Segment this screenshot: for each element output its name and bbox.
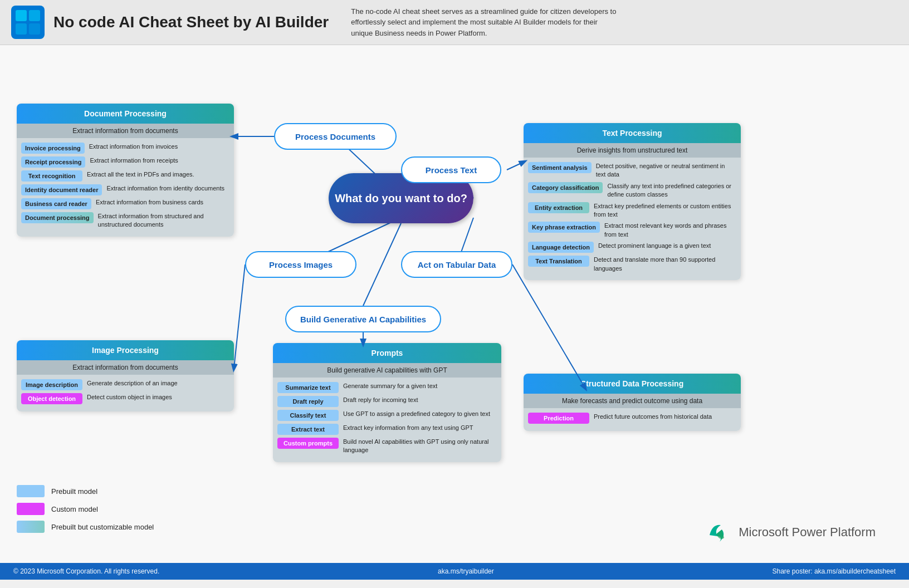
key-phrase-desc: Extract most relevant key words and phra… bbox=[604, 222, 736, 239]
text-translation-badge: Text Translation bbox=[528, 256, 589, 267]
list-item: Language detection Detect prominent lang… bbox=[528, 242, 736, 253]
svg-rect-1 bbox=[16, 10, 27, 21]
structured-data-body: Prediction Predict future outcomes from … bbox=[524, 408, 741, 431]
object-detection-desc: Detect custom object in images bbox=[87, 393, 172, 401]
image-processing-box: Image Processing Extract information fro… bbox=[17, 340, 234, 411]
category-classification-badge: Category classification bbox=[528, 182, 603, 193]
document-processing-desc: Extract information from structured and … bbox=[98, 212, 229, 229]
text-translation-desc: Detect and translate more than 90 suppor… bbox=[594, 256, 736, 273]
sentiment-badge: Sentiment analysis bbox=[528, 162, 592, 173]
list-item: Draft reply Draft reply for incoming tex… bbox=[277, 396, 497, 407]
list-item: Image description Generate description o… bbox=[21, 379, 229, 390]
summarize-desc: Generate summary for a given text bbox=[343, 382, 437, 390]
structured-data-header: Structured Data Processing bbox=[524, 374, 741, 394]
svg-line-11 bbox=[507, 162, 524, 170]
list-item: Business card reader Extract information… bbox=[21, 198, 229, 209]
custom-swatch bbox=[17, 503, 45, 515]
center-bubble-text: What do you want to do? bbox=[335, 192, 467, 205]
prebuilt-label: Prebuilt model bbox=[51, 487, 97, 496]
svg-rect-4 bbox=[29, 23, 40, 35]
custom-prompts-badge: Custom prompts bbox=[277, 438, 339, 449]
gen-ai-label: Build Generative AI Capabilities bbox=[300, 315, 426, 324]
text-recognition-desc: Extract all the text in PDFs and images. bbox=[87, 170, 194, 179]
list-item: Summarize text Generate summary for a gi… bbox=[277, 382, 497, 393]
prebuilt-custom-label: Prebuilt but customizable model bbox=[51, 523, 154, 531]
svg-line-12 bbox=[234, 264, 245, 368]
legend-item-prebuilt-custom: Prebuilt but customizable model bbox=[17, 521, 154, 533]
image-processing-subheader: Extract information from documents bbox=[17, 360, 234, 375]
doc-processing-header: Document Processing bbox=[17, 104, 234, 124]
text-processing-header: Text Processing bbox=[524, 123, 741, 143]
list-item: Object detection Detect custom object in… bbox=[21, 393, 229, 404]
header-description: The no-code AI cheat sheet serves as a s… bbox=[351, 6, 618, 39]
list-item: Document processing Extract information … bbox=[21, 212, 229, 229]
image-desc-badge: Image description bbox=[21, 379, 82, 390]
process-text-label: Process Text bbox=[426, 165, 477, 175]
receipt-processing-badge: Receipt processing bbox=[21, 156, 85, 168]
invoice-processing-badge: Invoice processing bbox=[21, 143, 85, 154]
business-card-desc: Extract information from business cards bbox=[96, 198, 203, 207]
svg-rect-3 bbox=[16, 23, 27, 35]
business-card-badge: Business card reader bbox=[21, 198, 91, 209]
prompts-box: Prompts Build generative AI capabilities… bbox=[273, 343, 501, 462]
power-platform-label: Microsoft Power Platform bbox=[739, 525, 876, 540]
custom-prompts-desc: Build novel AI capabilities with GPT usi… bbox=[343, 438, 497, 455]
svg-line-9 bbox=[363, 223, 401, 306]
process-images-label: Process Images bbox=[269, 260, 333, 270]
structured-data-subheader: Make forecasts and predict outcome using… bbox=[524, 394, 741, 408]
list-item: Text recognition Extract all the text in… bbox=[21, 170, 229, 182]
main-canvas: What do you want to do? Process Document… bbox=[0, 45, 909, 580]
list-item: Classify text Use GPT to assign a predef… bbox=[277, 410, 497, 421]
legend: Prebuilt model Custom model Prebuilt but… bbox=[17, 485, 154, 538]
doc-processing-subheader: Extract information from documents bbox=[17, 124, 234, 138]
extract-text-badge: Extract text bbox=[277, 424, 339, 435]
draft-reply-desc: Draft reply for incoming text bbox=[343, 396, 418, 404]
summarize-badge: Summarize text bbox=[277, 382, 339, 393]
list-item: Text Translation Detect and translate mo… bbox=[528, 256, 736, 273]
custom-label: Custom model bbox=[51, 505, 98, 513]
prebuilt-custom-swatch bbox=[17, 521, 45, 533]
process-images-button[interactable]: Process Images bbox=[245, 251, 356, 278]
gen-ai-button[interactable]: Build Generative AI Capabilities bbox=[285, 306, 441, 332]
power-platform-logo bbox=[704, 518, 732, 546]
tabular-data-label: Act on Tabular Data bbox=[418, 260, 496, 270]
page-header: No code AI Cheat Sheet by AI Builder The… bbox=[0, 0, 909, 45]
identity-doc-badge: Identity document reader bbox=[21, 184, 102, 195]
list-item: Key phrase extraction Extract most relev… bbox=[528, 222, 736, 239]
doc-processing-body: Invoice processing Extract information f… bbox=[17, 138, 234, 237]
list-item: Sentiment analysis Detect positive, nega… bbox=[528, 162, 736, 179]
list-item: Prediction Predict future outcomes from … bbox=[528, 413, 736, 424]
process-docs-label: Process Documents bbox=[295, 132, 375, 141]
extract-text-desc: Extract key information from any text us… bbox=[343, 424, 473, 432]
image-processing-header: Image Processing bbox=[17, 340, 234, 360]
list-item: Extract text Extract key information fro… bbox=[277, 424, 497, 435]
text-processing-subheader: Derive insights from unstructured text bbox=[524, 143, 741, 158]
footer-link1[interactable]: aka.ms/tryaibuilder bbox=[438, 567, 494, 575]
power-platform-section: Microsoft Power Platform bbox=[704, 518, 876, 546]
legend-item-custom: Custom model bbox=[17, 503, 154, 515]
receipt-processing-desc: Extract information from receipts bbox=[90, 156, 178, 165]
process-text-button[interactable]: Process Text bbox=[401, 156, 501, 183]
tabular-data-button[interactable]: Act on Tabular Data bbox=[401, 251, 512, 278]
language-detection-desc: Detect prominent language is a given tex… bbox=[598, 242, 711, 250]
draft-reply-badge: Draft reply bbox=[277, 396, 339, 407]
ai-builder-logo bbox=[11, 6, 45, 39]
process-docs-button[interactable]: Process Documents bbox=[274, 123, 397, 150]
identity-doc-desc: Extract information from identity docume… bbox=[106, 184, 224, 193]
list-item: Invoice processing Extract information f… bbox=[21, 143, 229, 154]
footer-link2: Share poster: aka.ms/aibuildercheatsheet bbox=[773, 567, 896, 575]
classify-text-desc: Use GPT to assign a predefined category … bbox=[343, 410, 490, 418]
page-footer: © 2023 Microsoft Corporation. All rights… bbox=[0, 563, 909, 580]
prompts-body: Summarize text Generate summary for a gi… bbox=[273, 378, 501, 462]
text-recognition-badge: Text recognition bbox=[21, 170, 82, 182]
image-desc-text: Generate description of an image bbox=[87, 379, 178, 388]
list-item: Identity document reader Extract informa… bbox=[21, 184, 229, 195]
structured-data-box: Structured Data Processing Make forecast… bbox=[524, 374, 741, 431]
prompts-header: Prompts bbox=[273, 343, 501, 363]
entity-extraction-desc: Extract key predefined elements or custo… bbox=[594, 202, 736, 219]
list-item: Category classification Classify any tex… bbox=[528, 182, 736, 199]
object-detection-badge: Object detection bbox=[21, 393, 82, 404]
list-item: Receipt processing Extract information f… bbox=[21, 156, 229, 168]
document-processing-badge: Document processing bbox=[21, 212, 94, 223]
prompts-subheader: Build generative AI capabilities with GP… bbox=[273, 363, 501, 378]
